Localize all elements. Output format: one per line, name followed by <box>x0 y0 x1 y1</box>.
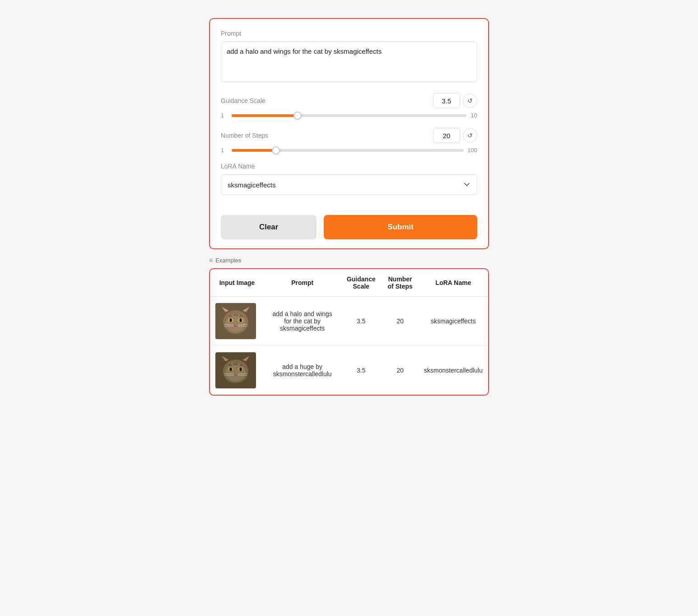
steps-min: 1 <box>221 147 228 154</box>
steps-input[interactable] <box>433 128 460 143</box>
cell-prompt-1: add a halo and wings for the cat by sksm… <box>264 297 340 346</box>
col-header-prompt: Prompt <box>264 269 340 297</box>
table-row[interactable]: add a halo and wings for the cat by sksm… <box>210 297 488 346</box>
svg-point-9 <box>230 318 232 322</box>
steps-label: Number of Steps <box>221 132 268 139</box>
steps-section: Number of Steps ↺ 1 100 <box>221 128 477 154</box>
guidance-scale-track-wrapper <box>232 114 466 117</box>
button-row: Clear Submit <box>221 206 477 248</box>
examples-icon: ≡ <box>209 257 213 264</box>
guidance-scale-input[interactable] <box>433 93 460 108</box>
lora-section: LoRA Name sksmagiceffectssksmonstercalle… <box>221 163 477 195</box>
examples-panel: Input Image Prompt Guidance Scale Number… <box>209 268 489 396</box>
guidance-scale-min: 1 <box>221 112 228 119</box>
steps-max: 100 <box>467 147 477 154</box>
cell-guidance-2: 3.5 <box>340 346 382 395</box>
cell-steps-1: 20 <box>382 297 419 346</box>
clear-button[interactable]: Clear <box>221 215 316 239</box>
cell-image-1 <box>210 297 264 346</box>
cell-prompt-2: add a huge by sksmonstercalledlulu <box>264 346 340 395</box>
svg-point-10 <box>240 318 242 322</box>
lora-select[interactable]: sksmagiceffectssksmonstercalledlulu <box>221 174 477 195</box>
cell-lora-2: sksmonstercalledlulu <box>419 346 488 395</box>
col-header-steps: Number of Steps <box>382 269 419 297</box>
steps-slider-row: 1 100 <box>221 147 477 154</box>
table-row[interactable]: add a huge by sksmonstercalledlulu 3.5 2… <box>210 346 488 395</box>
guidance-scale-reset-button[interactable]: ↺ <box>463 93 477 108</box>
steps-value-group: ↺ <box>433 128 477 143</box>
steps-track-wrapper <box>232 149 464 152</box>
cell-guidance-1: 3.5 <box>340 297 382 346</box>
cat-image-2 <box>215 352 256 388</box>
form-panel: Prompt Guidance Scale ↺ 1 <box>209 18 489 249</box>
guidance-scale-section: Guidance Scale ↺ 1 10 <box>221 93 477 119</box>
examples-table: Input Image Prompt Guidance Scale Number… <box>210 269 488 395</box>
cell-image-2 <box>210 346 264 395</box>
guidance-scale-max: 10 <box>470 112 477 119</box>
svg-point-2 <box>226 314 246 332</box>
svg-point-18 <box>226 363 246 381</box>
prompt-label: Prompt <box>221 30 477 37</box>
lora-label: LoRA Name <box>221 163 477 170</box>
col-header-lora: LoRA Name <box>419 269 488 297</box>
svg-point-26 <box>240 368 242 371</box>
cell-lora-1: sksmagiceffects <box>419 297 488 346</box>
cell-steps-2: 20 <box>382 346 419 395</box>
examples-section-label: ≡ Examples <box>209 257 489 264</box>
guidance-scale-value-group: ↺ <box>433 93 477 108</box>
col-header-image: Input Image <box>210 269 264 297</box>
steps-reset-button[interactable]: ↺ <box>463 128 477 143</box>
cat-image-1 <box>215 303 256 339</box>
svg-point-25 <box>230 368 232 371</box>
table-header-row: Input Image Prompt Guidance Scale Number… <box>210 269 488 297</box>
examples-label-text: Examples <box>215 257 241 264</box>
guidance-scale-label: Guidance Scale <box>221 97 265 104</box>
prompt-input[interactable] <box>221 42 477 82</box>
submit-button[interactable]: Submit <box>324 215 477 239</box>
col-header-guidance: Guidance Scale <box>340 269 382 297</box>
guidance-scale-slider-row: 1 10 <box>221 112 477 119</box>
